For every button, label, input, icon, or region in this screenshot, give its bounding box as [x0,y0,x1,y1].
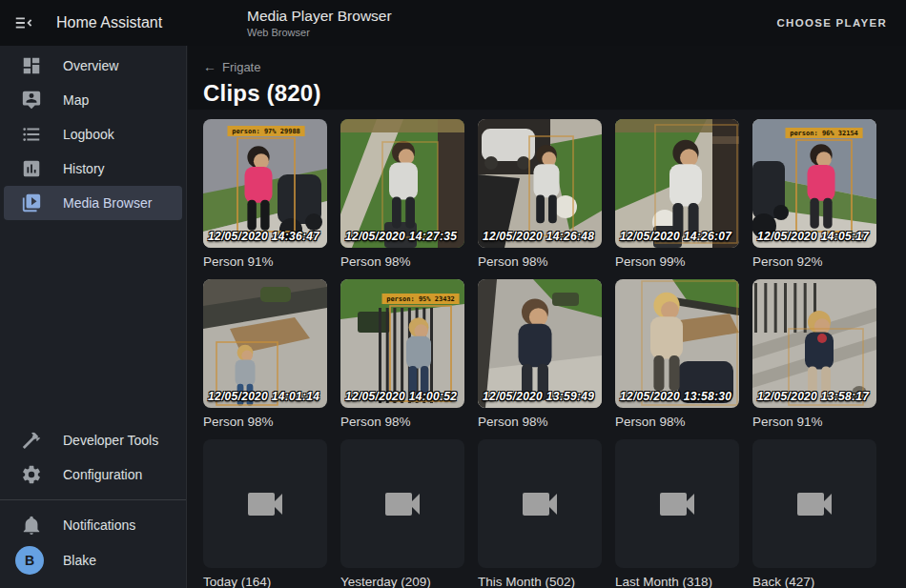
clip-photo [203,279,327,408]
sidebar-item-history[interactable]: History [4,152,182,186]
sidebar-user-profile[interactable]: B Blake [4,542,182,578]
clip-photo [615,119,739,248]
clip-photo: person: 97% 29988 [203,119,327,248]
sidebar-item-configuration[interactable]: Configuration [4,457,182,492]
folder-cell: This Month (502) [478,439,602,588]
sidebar-item-map[interactable]: Map [4,83,182,117]
clip-caption: Person 91% [203,254,327,270]
bell-icon [20,514,43,537]
clip-caption: Person 92% [752,254,876,270]
play-box-multiple-icon [20,192,43,214]
sidebar-item-media-browser[interactable]: Media Browser [4,186,182,220]
clip-timestamp: 12/05/2020 14:27:35 [345,230,463,243]
clip-photo: person: 95% 23432 [340,279,464,408]
clip-timestamp: 12/05/2020 13:58:17 [757,390,875,403]
list-bulleted-icon [20,123,43,146]
sidebar-item-label: Overview [63,58,118,73]
clip-thumbnail[interactable]: 12/05/2020 14:01:14 [203,279,327,408]
folder-cell: Back (427) [752,439,876,588]
clip-timestamp: 12/05/2020 13:58:30 [620,390,737,403]
clip-photo: person: 96% 32154 [752,119,876,248]
chart-box-icon [20,157,43,180]
clips-grid: person: 97% 2998812/05/2020 14:36:47Pers… [188,110,906,588]
folder-label: This Month (502) [478,575,602,588]
sidebar-item-label: Notifications [63,517,135,533]
clip-thumbnail[interactable]: 12/05/2020 13:58:30 [615,279,739,408]
gear-icon [20,463,43,486]
sidebar-item-developer-tools[interactable]: Developer Tools [4,423,182,457]
clip-cell: 12/05/2020 14:26:48Person 98% [478,119,602,270]
folder-card[interactable] [752,439,876,568]
sidebar-divider [0,499,186,500]
hammer-icon [20,429,43,452]
clip-caption: Person 98% [340,415,464,430]
video-icon [654,481,700,527]
sidebar-item-logbook[interactable]: Logbook [4,117,182,152]
clip-thumbnail[interactable]: 12/05/2020 13:58:17 [752,279,876,408]
view-dashboard-icon [20,54,43,77]
clip-thumbnail[interactable]: person: 95% 2343212/05/2020 14:00:52 [340,279,464,408]
sidebar-item-overview[interactable]: Overview [4,49,182,83]
folder-card[interactable] [340,439,464,568]
clip-cell: 12/05/2020 13:58:30Person 98% [615,279,739,430]
clip-cell: person: 97% 2998812/05/2020 14:36:47Pers… [203,119,327,270]
user-name: Blake [63,553,96,568]
clip-thumbnail[interactable]: 12/05/2020 14:27:35 [340,119,464,248]
svg-text:person: 96% 32154: person: 96% 32154 [790,130,858,137]
video-icon [792,481,837,527]
folder-card[interactable] [203,439,327,568]
video-icon [517,481,563,527]
sidebar-item-label: History [63,161,105,176]
folder-label: Yesterday (209) [340,575,464,588]
sidebar: Overview Map Logbook History Media Brows… [0,46,187,588]
content-header: ← Frigate Clips (820) [188,46,906,110]
menu-open-icon [13,12,34,33]
clip-photo [340,119,464,248]
svg-text:person: 97% 29988: person: 97% 29988 [232,128,300,135]
folder-cell: Today (164) [203,439,327,588]
app-name: Home Assistant [56,14,162,31]
folder-card[interactable] [615,439,739,568]
clip-thumbnail[interactable]: 12/05/2020 14:26:07 [615,119,739,248]
sidebar-item-notifications[interactable]: Notifications [4,508,182,542]
clip-thumbnail[interactable]: person: 97% 2998812/05/2020 14:36:47 [203,119,327,248]
avatar: B [15,546,44,575]
folder-cell: Yesterday (209) [340,439,464,588]
clip-cell: 12/05/2020 14:01:14Person 98% [203,279,327,430]
toolbar-title: Media Player Browser [247,8,392,25]
choose-player-button[interactable]: CHOOSE PLAYER [771,10,893,36]
folder-label: Back (427) [752,575,876,588]
folder-cell: Last Month (318) [615,439,739,588]
svg-text:person: 95% 23432: person: 95% 23432 [386,295,455,303]
clip-timestamp: 12/05/2020 14:36:47 [208,230,325,243]
toolbar-subtitle: Web Browser [247,27,392,39]
video-icon [380,481,425,527]
sidebar-toggle-button[interactable] [5,4,43,42]
folder-label: Today (164) [203,575,327,588]
clip-timestamp: 12/05/2020 14:00:52 [345,390,463,403]
clip-thumbnail[interactable]: 12/05/2020 13:59:49 [478,279,602,408]
clip-thumbnail[interactable]: person: 96% 3215412/05/2020 14:05:17 [752,119,876,248]
home-assistant-app: Home Assistant Media Player Browser Web … [0,0,906,588]
clip-timestamp: 12/05/2020 14:05:17 [757,230,875,243]
breadcrumb-back[interactable]: ← Frigate [203,59,260,74]
clip-timestamp: 12/05/2020 13:59:49 [483,390,600,403]
sidebar-item-label: Configuration [63,467,142,482]
back-arrow-icon: ← [203,59,216,74]
sidebar-item-label: Developer Tools [63,433,158,448]
clip-photo [752,279,876,408]
sidebar-item-label: Map [63,92,89,108]
clip-timestamp: 12/05/2020 14:26:07 [620,230,737,243]
clip-cell: person: 95% 2343212/05/2020 14:00:52Pers… [340,279,464,430]
clip-cell: person: 96% 3215412/05/2020 14:05:17Pers… [752,119,876,270]
clip-caption: Person 98% [340,254,464,270]
clip-caption: Person 98% [615,415,739,430]
breadcrumb-label: Frigate [222,60,260,74]
sidebar-item-label: Logbook [63,127,114,142]
clip-thumbnail[interactable]: 12/05/2020 14:26:48 [478,119,602,248]
clip-caption: Person 98% [478,254,602,270]
clip-photo [615,279,739,408]
folder-card[interactable] [478,439,602,568]
clip-cell: 12/05/2020 14:26:07Person 99% [615,119,739,270]
page-title: Clips (820) [203,80,906,107]
